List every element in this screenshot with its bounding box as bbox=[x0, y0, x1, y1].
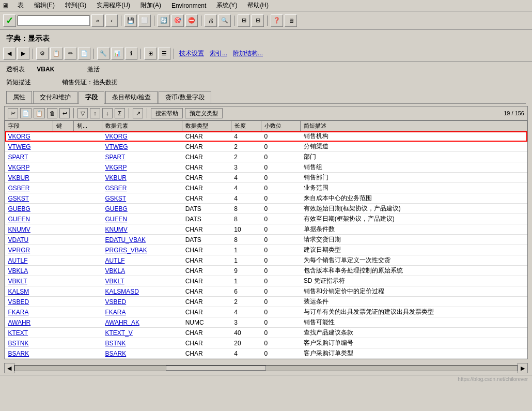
predef-type-button[interactable]: 预定义类型 bbox=[185, 108, 223, 118]
cell-data_elem[interactable]: SPART bbox=[102, 152, 182, 162]
cell-field[interactable]: AWAHR bbox=[5, 317, 53, 328]
layout-btn1[interactable]: ⊞ bbox=[238, 14, 250, 27]
table-row[interactable]: GSBERGSBERCHAR40业务范围 bbox=[5, 183, 527, 193]
cell-field[interactable]: VKORG bbox=[5, 131, 53, 142]
cell-data_elem[interactable]: AUTLF bbox=[102, 255, 182, 266]
cut-button[interactable]: ✂ bbox=[8, 108, 18, 118]
table-row[interactable]: KTEXTKTEXT_VCHAR400查找产品建议条款 bbox=[5, 328, 527, 338]
scrollbar-track[interactable] bbox=[14, 365, 518, 371]
table-row[interactable]: AWAHRAWAHR_AKNUMC30销售可能性 bbox=[5, 317, 527, 328]
tool1-button[interactable]: ⚙ bbox=[36, 48, 49, 60]
find-button[interactable]: 🔍 bbox=[218, 14, 231, 27]
target-button[interactable]: 🎯 bbox=[171, 14, 184, 27]
cell-data_elem[interactable]: GSKST bbox=[102, 193, 182, 204]
nav-start-button[interactable]: « bbox=[91, 14, 104, 27]
index-link[interactable]: 索引... bbox=[208, 49, 229, 58]
cell-field[interactable]: KTEXT bbox=[5, 328, 53, 338]
table-row[interactable]: BSARKBSARKCHAR40客户采购订单类型 bbox=[5, 348, 527, 359]
cell-data_elem[interactable]: VKBUR bbox=[102, 173, 182, 183]
menu-goto[interactable]: 转到(G) bbox=[63, 1, 88, 10]
sum-button[interactable]: Σ bbox=[115, 108, 125, 118]
table-row[interactable]: GSKSTGSKSTCHAR40来自成本中心的业务范围 bbox=[5, 193, 527, 204]
cell-data_elem[interactable]: VBKLA bbox=[102, 266, 182, 276]
table-row[interactable]: KALSMKALSMASDCHAR60销售和分销定价中的定价过程 bbox=[5, 286, 527, 297]
table-row[interactable]: AUTLFAUTLFCHAR10为每个销售订单定义一次性交货 bbox=[5, 255, 527, 266]
tool7-button[interactable]: ℹ bbox=[125, 48, 137, 60]
scrollbar-thumb[interactable] bbox=[166, 366, 266, 371]
cell-field[interactable]: BSARK bbox=[5, 348, 53, 359]
table-row[interactable]: BSTNKBSTNKCHAR200客户采购订单编号 bbox=[5, 338, 527, 348]
refresh-button[interactable]: 🔄 bbox=[158, 14, 170, 27]
cell-data_elem[interactable]: BSARK bbox=[102, 348, 182, 359]
cell-field[interactable]: AUTLF bbox=[5, 255, 53, 266]
nav-right-button[interactable]: ▶ bbox=[17, 48, 29, 60]
tool9-button[interactable]: ☰ bbox=[158, 48, 170, 60]
command-input[interactable] bbox=[18, 16, 90, 26]
cell-data_elem[interactable]: BSTDK bbox=[102, 359, 182, 360]
menu-system[interactable]: 系统(Y) bbox=[214, 1, 239, 10]
print-button[interactable]: 🖨 bbox=[205, 14, 217, 27]
cell-field[interactable]: VPRGR bbox=[5, 245, 53, 255]
table-row[interactable]: FKARAFKARACHAR40与订单有关的出具发票凭证的建议出具发票类型 bbox=[5, 307, 527, 317]
export-button[interactable]: ↗ bbox=[133, 108, 143, 118]
table-row[interactable]: KNUMVKNUMVCHAR100单据条件数 bbox=[5, 224, 527, 235]
save-button[interactable]: 💾 bbox=[124, 14, 137, 27]
cell-field[interactable]: VTWEG bbox=[5, 142, 53, 152]
nav-back-button[interactable]: ‹ bbox=[105, 14, 118, 27]
menu-env[interactable]: Environment bbox=[169, 2, 208, 10]
cell-field[interactable]: BSTNK bbox=[5, 338, 53, 348]
cell-data_elem[interactable]: VTWEG bbox=[102, 142, 182, 152]
shortcut-button[interactable]: ⬜ bbox=[138, 14, 151, 27]
cell-data_elem[interactable]: GSBER bbox=[102, 183, 182, 193]
cell-field[interactable]: VSBED bbox=[5, 297, 53, 307]
paste-button[interactable]: 📋 bbox=[34, 108, 45, 118]
cell-field[interactable]: VKBUR bbox=[5, 173, 53, 183]
cell-field[interactable]: VKGRP bbox=[5, 162, 53, 173]
tool8-button[interactable]: ⊞ bbox=[144, 48, 157, 60]
tool6-button[interactable]: 📊 bbox=[111, 48, 123, 60]
cell-data_elem[interactable]: EDATU_VBAK bbox=[102, 235, 182, 245]
monitor-button[interactable]: 🖥 bbox=[285, 14, 297, 27]
tool2-button[interactable]: 📋 bbox=[50, 48, 62, 60]
help-button[interactable]: ❓ bbox=[271, 14, 283, 27]
table-row[interactable]: VDATUEDATU_VBAKDATS80请求交货日期 bbox=[5, 235, 527, 245]
delete-button[interactable]: 🗑 bbox=[47, 108, 57, 118]
cell-field[interactable]: VDATU bbox=[5, 235, 53, 245]
cell-data_elem[interactable]: VSBED bbox=[102, 297, 182, 307]
cell-field[interactable]: GUEEN bbox=[5, 214, 53, 224]
menu-edit[interactable]: 编辑(E) bbox=[32, 1, 57, 10]
tab-currency[interactable]: 货币/数量字段 bbox=[159, 91, 211, 103]
tool5-button[interactable]: 🔧 bbox=[97, 48, 109, 60]
cell-data_elem[interactable]: GUEEN bbox=[102, 214, 182, 224]
cell-field[interactable]: GSKST bbox=[5, 193, 53, 204]
tech-settings-link[interactable]: 技术设置 bbox=[177, 49, 206, 58]
table-row[interactable]: VTWEGVTWEGCHAR20分销渠道 bbox=[5, 142, 527, 152]
search-help-button[interactable]: 搜索帮助 bbox=[151, 108, 183, 118]
menu-add[interactable]: 附加(A) bbox=[138, 1, 163, 10]
tab-fields[interactable]: 字段 bbox=[79, 91, 104, 104]
cell-field[interactable]: SPART bbox=[5, 152, 53, 162]
cell-field[interactable]: VBKLT bbox=[5, 276, 53, 286]
table-row[interactable]: VBKLTVBKLTCHAR10SD 凭证指示符 bbox=[5, 276, 527, 286]
layout-btn2[interactable]: ⊟ bbox=[252, 14, 264, 27]
table-row[interactable]: GUEBGGUEBGDATS80有效起始日期(框架协议，产品建议) bbox=[5, 204, 527, 214]
cell-field[interactable]: BSTDK bbox=[5, 359, 53, 360]
tool3-button[interactable]: ✏ bbox=[64, 48, 76, 60]
cell-data_elem[interactable]: AWAHR_AK bbox=[102, 317, 182, 328]
table-row[interactable]: GUEENGUEENDATS80有效至日期(框架协议，产品建议) bbox=[5, 214, 527, 224]
menu-utils[interactable]: 实用程序(U) bbox=[95, 1, 132, 10]
table-row[interactable]: VSBEDVSBEDCHAR20装运条件 bbox=[5, 297, 527, 307]
tab-properties[interactable]: 属性 bbox=[6, 91, 32, 103]
table-row[interactable]: VPRGRPRGRS_VBAKCHAR10建议日期类型 bbox=[5, 245, 527, 255]
tab-delivery[interactable]: 交付和维护 bbox=[33, 91, 77, 103]
append-struct-link[interactable]: 附加结构... bbox=[231, 49, 265, 58]
sort-asc-button[interactable]: ↑ bbox=[90, 108, 100, 118]
cell-data_elem[interactable]: KTEXT_V bbox=[102, 328, 182, 338]
cell-data_elem[interactable]: PRGRS_VBAK bbox=[102, 245, 182, 255]
check-button[interactable]: ✓ bbox=[3, 14, 16, 27]
cell-data_elem[interactable]: FKARA bbox=[102, 307, 182, 317]
cell-field[interactable]: KNUMV bbox=[5, 224, 53, 235]
table-row[interactable]: VKORGVKORGCHAR40销售机构 bbox=[5, 131, 527, 142]
tool4-button[interactable]: 📄 bbox=[78, 48, 90, 60]
nav-left-button[interactable]: ◀ bbox=[3, 48, 15, 60]
